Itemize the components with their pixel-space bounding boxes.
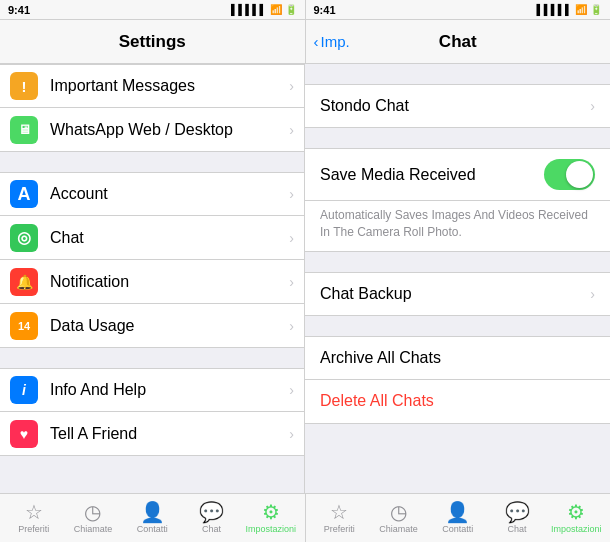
- save-media-toggle[interactable]: [544, 159, 595, 190]
- status-bars: 9:41 ▌▌▌▌▌ 📶 🔋 9:41 ▌▌▌▌▌ 📶 🔋: [0, 0, 610, 20]
- back-button[interactable]: ‹ Imp.: [314, 33, 350, 50]
- chat-bubble-icon: 💬: [505, 502, 530, 522]
- tab-label-contatti-r: Contatti: [442, 524, 473, 534]
- archive-delete-section: Archive All Chats Delete All Chats: [305, 336, 610, 424]
- settings-group-2: A Account › ◎ Chat › 🔔 Notification › 14…: [0, 172, 304, 348]
- settings-group-3: i Info And Help › ♥ Tell A Friend ›: [0, 368, 304, 456]
- right-signal-icon: ▌▌▌▌▌: [537, 4, 572, 15]
- tab-preferiti-left[interactable]: ☆ Preferiti: [4, 502, 63, 534]
- stondo-section: Stondo Chat ›: [305, 84, 610, 128]
- chevron-right-icon: ›: [289, 78, 294, 94]
- chat-backup-item[interactable]: Chat Backup ›: [305, 272, 610, 316]
- tab-label-contatti: Contatti: [137, 524, 168, 534]
- tab-label-chat: Chat: [202, 524, 221, 534]
- chat-icon: ◎: [10, 224, 38, 252]
- account-label: Account: [50, 185, 289, 203]
- chat-bubble-icon: 💬: [199, 502, 224, 522]
- right-nav-title: Chat: [439, 32, 477, 52]
- contacts-icon: 👤: [140, 502, 165, 522]
- tab-label-preferiti: Preferiti: [18, 524, 49, 534]
- right-tab-bar: ☆ Preferiti ◷ Chiamate 👤 Contatti 💬 Chat…: [306, 494, 611, 542]
- important-messages-label: Important Messages: [50, 77, 289, 95]
- data-usage-label: Data Usage: [50, 317, 289, 335]
- tab-impostazioni-right[interactable]: ⚙ Impostazioni: [547, 502, 606, 534]
- archive-all-label: Archive All Chats: [320, 337, 595, 379]
- phone-icon: ◷: [84, 502, 101, 522]
- tab-label-chiamate: Chiamate: [74, 524, 113, 534]
- tab-chat-right[interactable]: 💬 Chat: [487, 502, 546, 534]
- chat-label: Chat: [50, 229, 289, 247]
- chevron-right-icon: ›: [289, 318, 294, 334]
- chevron-right-icon: ›: [289, 122, 294, 138]
- delete-all-chats-item[interactable]: Delete All Chats: [305, 380, 610, 424]
- info-icon: i: [10, 376, 38, 404]
- chevron-right-icon: ›: [289, 426, 294, 442]
- tab-preferiti-right[interactable]: ☆ Preferiti: [310, 502, 369, 534]
- left-status-bar: 9:41 ▌▌▌▌▌ 📶 🔋: [0, 0, 305, 20]
- stondo-chat-item[interactable]: Stondo Chat ›: [305, 84, 610, 128]
- backup-section: Chat Backup ›: [305, 272, 610, 316]
- tab-contatti-right[interactable]: 👤 Contatti: [428, 502, 487, 534]
- data-usage-icon: 14: [10, 312, 38, 340]
- tab-contatti-left[interactable]: 👤 Contatti: [123, 502, 182, 534]
- stondo-chat-label: Stondo Chat: [320, 85, 590, 127]
- chevron-right-icon: ›: [590, 98, 595, 114]
- settings-icon: ⚙: [567, 502, 585, 522]
- star-icon: ☆: [25, 502, 43, 522]
- chevron-right-icon: ›: [289, 274, 294, 290]
- tab-chat-left[interactable]: 💬 Chat: [182, 502, 241, 534]
- left-battery-icon: 🔋: [285, 4, 297, 15]
- chevron-left-icon: ‹: [314, 33, 319, 50]
- tab-impostazioni-left[interactable]: ⚙ Impostazioni: [241, 502, 300, 534]
- chevron-right-icon: ›: [590, 286, 595, 302]
- settings-group-1: ! Important Messages › 🖥 WhatsApp Web / …: [0, 64, 304, 152]
- save-media-row: Save Media Received: [305, 148, 610, 201]
- tell-friend-icon: ♥: [10, 420, 38, 448]
- left-nav-bar: Settings: [0, 20, 305, 64]
- star-icon: ☆: [330, 502, 348, 522]
- nav-bars: Settings ‹ Imp. Chat: [0, 20, 610, 64]
- tell-friend-label: Tell A Friend: [50, 425, 289, 443]
- tell-friend-item[interactable]: ♥ Tell A Friend ›: [0, 412, 304, 456]
- left-wifi-icon: 📶: [270, 4, 282, 15]
- tab-chiamate-left[interactable]: ◷ Chiamate: [63, 502, 122, 534]
- info-help-item[interactable]: i Info And Help ›: [0, 368, 304, 412]
- whatsapp-web-icon: 🖥: [10, 116, 38, 144]
- save-media-section: Save Media Received Automatically Saves …: [305, 148, 610, 252]
- chat-item[interactable]: ◎ Chat ›: [0, 216, 304, 260]
- tab-label-chiamate-r: Chiamate: [379, 524, 418, 534]
- list-item[interactable]: 🖥 WhatsApp Web / Desktop ›: [0, 108, 304, 152]
- delete-all-label: Delete All Chats: [320, 380, 595, 422]
- tab-label-chat-r: Chat: [508, 524, 527, 534]
- left-tab-bar: ☆ Preferiti ◷ Chiamate 👤 Contatti 💬 Chat…: [0, 494, 305, 542]
- tab-label-preferiti-r: Preferiti: [324, 524, 355, 534]
- chevron-right-icon: ›: [289, 186, 294, 202]
- tab-bars: ☆ Preferiti ◷ Chiamate 👤 Contatti 💬 Chat…: [0, 493, 610, 542]
- account-icon: A: [10, 180, 38, 208]
- notification-icon: 🔔: [10, 268, 38, 296]
- contacts-icon: 👤: [445, 502, 470, 522]
- tab-chiamate-right[interactable]: ◷ Chiamate: [369, 502, 428, 534]
- group-separator: [0, 348, 304, 368]
- archive-all-chats-item[interactable]: Archive All Chats: [305, 336, 610, 380]
- right-wifi-icon: 📶: [575, 4, 587, 15]
- left-signal-icon: ▌▌▌▌▌: [231, 4, 266, 15]
- data-usage-item[interactable]: 14 Data Usage ›: [0, 304, 304, 348]
- right-battery-icon: 🔋: [590, 4, 602, 15]
- list-item[interactable]: ! Important Messages ›: [0, 64, 304, 108]
- account-item[interactable]: A Account ›: [0, 172, 304, 216]
- main-content: ! Important Messages › 🖥 WhatsApp Web / …: [0, 64, 610, 493]
- settings-icon: ⚙: [262, 502, 280, 522]
- tab-label-impostazioni-r: Impostazioni: [551, 524, 602, 534]
- notification-item[interactable]: 🔔 Notification ›: [0, 260, 304, 304]
- info-help-label: Info And Help: [50, 381, 289, 399]
- left-time: 9:41: [8, 4, 30, 16]
- right-status-icons: ▌▌▌▌▌ 📶 🔋: [537, 4, 602, 15]
- group-separator: [0, 152, 304, 172]
- left-nav-title: Settings: [119, 32, 186, 52]
- save-media-description: Automatically Saves Images And Videos Re…: [305, 201, 610, 252]
- left-status-icons: ▌▌▌▌▌ 📶 🔋: [231, 4, 296, 15]
- back-label: Imp.: [321, 33, 350, 50]
- chevron-right-icon: ›: [289, 382, 294, 398]
- chat-backup-label: Chat Backup: [320, 273, 590, 315]
